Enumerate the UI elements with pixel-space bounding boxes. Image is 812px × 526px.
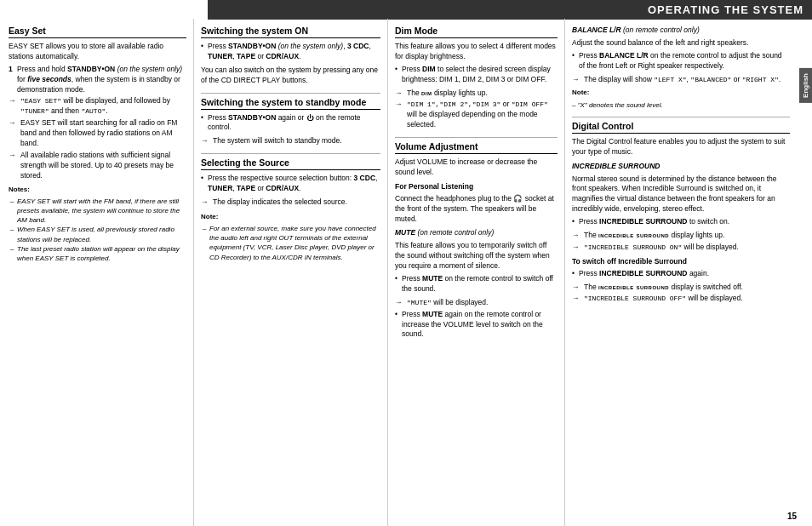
switching-on-para: You can also switch on the system by pre… — [201, 66, 380, 86]
col-dim-volume: Dim Mode This feature allows you to sele… — [388, 19, 565, 526]
balance-heading-line: BALANCE L/R (on remote control only) — [572, 26, 790, 36]
source-bullet1: Press the respective source selection bu… — [201, 174, 380, 194]
switch-off-arrow2: "INCREDIBLE SURROUND OFF" will be displa… — [572, 294, 790, 304]
easy-set-intro: EASY SET allows you to store all availab… — [9, 42, 186, 62]
balance-note1: – "X" denotes the sound level. — [572, 100, 790, 110]
note1: EASY SET will start with the FM band, if… — [9, 197, 186, 226]
balance-intro: Adjust the sound balance of the left and… — [572, 38, 790, 49]
switch-off-bullet1: Press INCREDIBLE SURROUND again. — [572, 269, 790, 279]
source-arrow1: The display indicates the selected sourc… — [201, 197, 380, 208]
switching-on-bullet1: Press STANDBY•ON (on the system only), 3… — [201, 42, 380, 62]
inc-surr-bullet1: Press INCREDIBLE SURROUND to switch on. — [572, 217, 790, 227]
source-note1: For an external source, make sure you ha… — [201, 224, 380, 262]
incredible-surround-intro: Normal stereo sound is determined by the… — [572, 174, 790, 215]
digital-control-intro: The Digital Control feature enables you … — [572, 137, 790, 157]
switch-off-arrow1: The incredible surround display is switc… — [572, 283, 790, 293]
selecting-source-heading: Selecting the Source — [201, 153, 380, 170]
col-balance-digital: BALANCE L/R (on remote control only) Adj… — [565, 19, 797, 526]
page-header: OPERATING THE SYSTEM — [208, 0, 812, 20]
main-content: Easy Set EASY SET allows you to store al… — [0, 19, 797, 526]
step1: 1 Press and hold STANDBY•ON (on the syst… — [9, 65, 186, 95]
standby-bullet1: Press STANDBY•ON again or ⏻ on the remot… — [201, 113, 380, 134]
mute-bullet1: Press MUTE on the remote control to swit… — [395, 274, 558, 294]
switching-on-heading: Switching the system ON — [201, 26, 380, 38]
note2: When EASY SET is used, all previously st… — [9, 225, 186, 243]
standby-heading: Switching the system to standby mode — [201, 93, 380, 110]
easy-set-arrow1: "EASY SET" will be displayed, and follow… — [9, 96, 186, 117]
volume-heading: Volume Adjustment — [395, 137, 558, 154]
personal-listening-heading: For Personal Listening — [395, 182, 558, 192]
dim-arrow1: The dim display lights up. — [395, 89, 558, 99]
notes-header: Notes: — [9, 185, 186, 194]
balance-arrow1: The display will show "LEFT X", "BALANCE… — [572, 75, 790, 85]
incredible-surround-subheading: INCREDIBLE SURROUND — [572, 162, 790, 172]
dim-mode-intro: This feature allows you to select 4 diff… — [395, 42, 558, 62]
volume-intro: Adjust VOLUME to increase or decrease th… — [395, 157, 558, 178]
mute-bullet2: Press MUTE again on the remote control o… — [395, 310, 558, 340]
standby-arrow1: The system will switch to standby mode. — [201, 136, 380, 146]
switch-off-heading: To switch off Incredible Surround — [572, 257, 790, 267]
easy-set-arrow2: EASY SET will start searching for all ra… — [9, 118, 186, 149]
mute-intro: This feature allows you to temporarily s… — [395, 241, 558, 272]
note3: The last preset radio station will appea… — [9, 244, 186, 263]
easy-set-arrow3: All available radio stations with suffic… — [9, 151, 186, 181]
mute-heading: MUTE (on remote control only) — [395, 228, 558, 238]
balance-bullet1: Press BALANCE L/R on the remote control … — [572, 51, 790, 71]
mute-arrow1: "MUTE" will be displayed. — [395, 298, 558, 308]
inc-surr-arrow2: "INCREDIBLE SURROUND ON" will be display… — [572, 243, 790, 253]
easy-set-heading: Easy Set — [9, 26, 186, 38]
language-tab: English — [799, 68, 812, 103]
header-title: OPERATING THE SYSTEM — [648, 3, 803, 16]
personal-listening-para: Connect the headphones plug to the 🎧 soc… — [395, 194, 558, 225]
source-note-header: Note: — [201, 212, 380, 221]
dim-arrow2: "DIM 1","DIM 2","DIM 3" or "DIM OFF" wil… — [395, 100, 558, 130]
inc-surr-arrow1: The incredible surround display lights u… — [572, 231, 790, 241]
col-easy-set: Easy Set EASY SET allows you to store al… — [0, 19, 194, 526]
balance-note-header: Note: — [572, 88, 790, 97]
digital-control-heading: Digital Control — [572, 117, 790, 134]
dim-bullet1: Press DIM to select the desired screen d… — [395, 65, 558, 85]
step1-text: Press and hold STANDBY•ON (on the system… — [17, 65, 182, 94]
col-switching: Switching the system ON Press STANDBY•ON… — [194, 19, 388, 526]
dim-mode-heading: Dim Mode — [395, 26, 558, 38]
